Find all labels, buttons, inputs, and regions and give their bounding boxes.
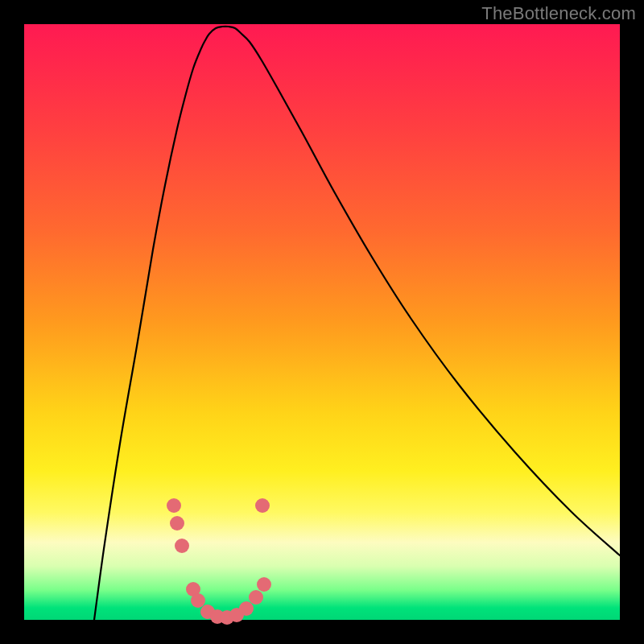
highlight-point [249, 590, 263, 605]
highlight-point [239, 601, 254, 616]
bottleneck-curve-svg [24, 24, 620, 620]
bottleneck-curve-path [94, 27, 620, 620]
highlight-point [191, 593, 205, 608]
highlight-point [255, 498, 270, 513]
highlight-point [175, 539, 189, 553]
highlight-point [257, 577, 271, 592]
highlight-point [170, 516, 184, 530]
highlight-point [167, 498, 181, 513]
highlight-markers [167, 498, 271, 625]
watermark-text: TheBottleneck.com [481, 3, 636, 24]
chart-frame: TheBottleneck.com [0, 0, 644, 644]
plot-area [24, 24, 620, 620]
